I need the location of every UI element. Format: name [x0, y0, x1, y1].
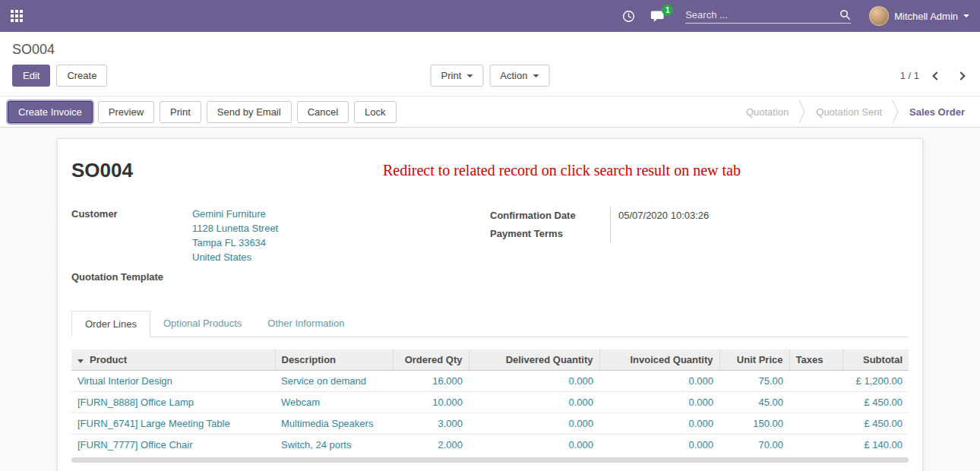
payment-terms-label: Payment Terms: [490, 225, 610, 243]
cell-subtotal: £ 450.00: [842, 413, 909, 435]
annotation-note: Redirect to related record on click sear…: [383, 162, 741, 179]
stage-separator: [798, 100, 807, 123]
record-actions: Edit Create: [12, 65, 107, 87]
order-line-row[interactable]: Virtual Interior Design Service on deman…: [71, 371, 909, 392]
stage-quotation-sent[interactable]: Quotation Sent: [816, 106, 882, 118]
notebook-tabs: Order Lines Optional Products Other Info…: [71, 310, 909, 337]
column-header-description[interactable]: Description: [275, 349, 393, 371]
cell-description: Switch, 24 ports: [275, 435, 393, 456]
breadcrumb: SO004: [0, 32, 980, 61]
cell-description: Multimedia Speakers: [275, 413, 393, 435]
cell-subtotal: £ 140.00: [842, 435, 909, 456]
print-dropdown[interactable]: Print: [431, 65, 484, 87]
messages-icon[interactable]: 1: [650, 10, 665, 23]
cell-taxes: [789, 371, 842, 392]
horizontal-scrollbar[interactable]: [71, 457, 909, 463]
cell-delivered-qty: 0.000: [469, 435, 599, 456]
field-groups: Customer Gemini Furniture 1128 Lunetta S…: [71, 207, 909, 284]
create-button[interactable]: Create: [56, 65, 107, 87]
column-header-delivered-quantity[interactable]: Delivered Quantity: [469, 349, 599, 371]
activity-clock-icon[interactable]: [622, 10, 635, 23]
cell-unit-price: 150.00: [719, 413, 789, 435]
pager-count: 1 / 1: [900, 70, 919, 81]
quotation-template-label: Quotation Template: [71, 270, 192, 284]
confirmation-date-value: 05/07/2020 10:03:26: [618, 207, 909, 225]
order-line-row[interactable]: [FURN_8888] Office Lamp Webcam 10.000 0.…: [71, 392, 909, 413]
avatar: [869, 6, 889, 26]
record-sheet: SO004 Redirect to related record on clic…: [57, 138, 923, 471]
payment-terms-value: [618, 225, 909, 243]
user-menu[interactable]: Mitchell Admin: [869, 6, 969, 26]
confirmation-date-label: Confirmation Date: [490, 207, 610, 225]
search-input[interactable]: [685, 9, 839, 21]
cell-taxes: [789, 413, 842, 435]
action-dropdown[interactable]: Action: [489, 65, 549, 87]
order-lines-table: Product Description Ordered Qty Delivere…: [71, 349, 909, 455]
customer-name-link[interactable]: Gemini Furniture: [192, 207, 490, 221]
cell-invoiced-qty: 0.000: [599, 371, 719, 392]
send-by-email-button[interactable]: Send by Email: [207, 101, 292, 123]
statusbar-buttons: Create Invoice Preview Print Send by Ema…: [8, 101, 397, 123]
cell-unit-price: 75.00: [719, 371, 789, 392]
chevron-down-icon: [466, 74, 473, 77]
column-header-invoiced-quantity[interactable]: Invoiced Quantity: [599, 349, 719, 371]
cell-invoiced-qty: 0.000: [599, 413, 719, 435]
cell-delivered-qty: 0.000: [469, 371, 599, 392]
column-header-subtotal[interactable]: Subtotal: [842, 349, 909, 371]
cell-subtotal: £ 450.00: [842, 392, 909, 413]
search-box: [685, 9, 851, 24]
pager-previous-button[interactable]: [930, 71, 944, 81]
tab-optional-products[interactable]: Optional Products: [150, 311, 254, 337]
cell-product: [FURN_7777] Office Chair: [71, 435, 275, 456]
column-header-ordered-qty[interactable]: Ordered Qty: [393, 349, 469, 371]
pager-next-button[interactable]: [954, 71, 968, 81]
cell-product: Virtual Interior Design: [71, 371, 275, 392]
topbar-right: 1 Mitchell Admin: [607, 6, 969, 26]
right-field-group: Confirmation Date Payment Terms 05/07/20…: [490, 207, 909, 284]
stage-sales-order[interactable]: Sales Order: [909, 106, 965, 118]
user-name: Mitchell Admin: [894, 11, 958, 22]
cell-description: Webcam: [275, 392, 393, 413]
cell-ordered-qty: 2.000: [393, 435, 469, 456]
apps-menu-icon[interactable]: [11, 10, 23, 22]
cell-unit-price: 70.00: [719, 435, 789, 456]
tab-order-lines[interactable]: Order Lines: [71, 311, 150, 337]
cell-taxes: [789, 392, 842, 413]
table-header-row: Product Description Ordered Qty Delivere…: [71, 349, 909, 371]
status-pipeline: Quotation Quotation Sent Sales Order: [746, 100, 972, 123]
control-panel: Edit Create Print Action 1 / 1: [0, 61, 980, 96]
cell-ordered-qty: 3.000: [393, 413, 469, 435]
order-line-row[interactable]: [FURN_6741] Large Meeting Table Multimed…: [71, 413, 909, 435]
message-count-badge: 1: [662, 5, 673, 16]
edit-button[interactable]: Edit: [12, 65, 50, 87]
chevron-down-icon: [963, 14, 969, 17]
cell-taxes: [789, 435, 842, 456]
lock-button[interactable]: Lock: [354, 101, 396, 123]
top-navbar: 1 Mitchell Admin: [0, 0, 980, 32]
page-title: SO004: [12, 42, 55, 57]
cell-invoiced-qty: 0.000: [599, 435, 719, 456]
column-header-taxes[interactable]: Taxes: [789, 349, 842, 371]
center-actions: Print Action: [431, 65, 550, 87]
statusbar: Create Invoice Preview Print Send by Ema…: [0, 96, 980, 128]
cell-description: Service on demand: [275, 371, 393, 392]
order-line-row[interactable]: [FURN_7777] Office Chair Switch, 24 port…: [71, 435, 909, 456]
cell-delivered-qty: 0.000: [469, 392, 599, 413]
tab-other-information[interactable]: Other Information: [254, 311, 357, 337]
pager: 1 / 1: [900, 70, 968, 81]
cell-subtotal: £ 1,200.00: [842, 371, 909, 392]
chevron-right-icon: [956, 71, 965, 80]
search-icon[interactable]: [839, 9, 851, 21]
print-button[interactable]: Print: [160, 101, 201, 123]
column-header-unit-price[interactable]: Unit Price: [719, 349, 789, 371]
stage-quotation[interactable]: Quotation: [746, 106, 789, 118]
cell-delivered-qty: 0.000: [469, 413, 599, 435]
preview-button[interactable]: Preview: [98, 101, 154, 123]
create-invoice-button[interactable]: Create Invoice: [8, 101, 93, 123]
stage-separator: [891, 100, 900, 123]
column-header-product[interactable]: Product: [71, 349, 275, 371]
customer-address-line: United States: [192, 250, 490, 264]
cell-product: [FURN_8888] Office Lamp: [71, 392, 275, 413]
cancel-button[interactable]: Cancel: [297, 101, 349, 123]
chevron-down-icon: [533, 74, 539, 77]
